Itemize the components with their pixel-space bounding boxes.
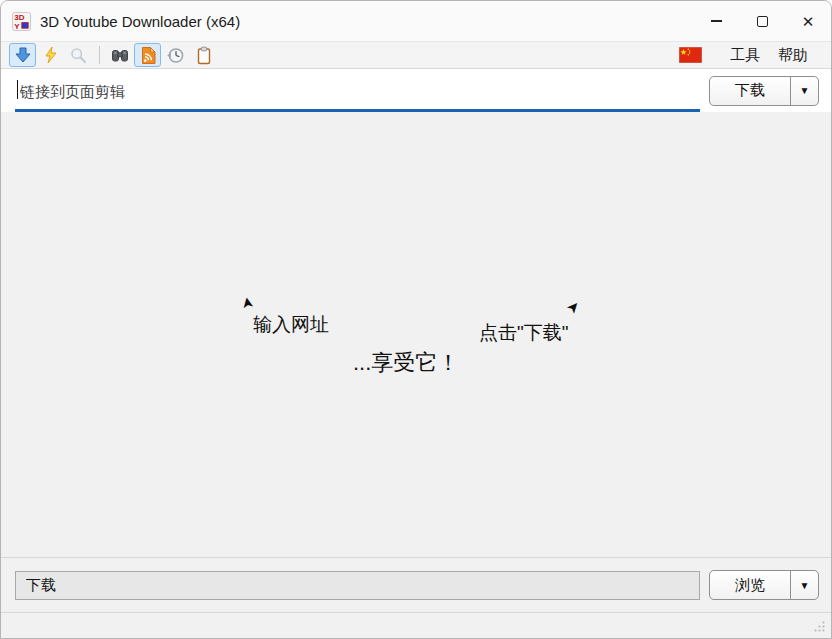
hint-enter-url: 输入网址: [253, 312, 329, 338]
close-button[interactable]: ✕: [785, 1, 831, 41]
hint-click-download: 点击"下载": [479, 320, 569, 346]
window-title: 3D Youtube Downloader (x64): [40, 13, 240, 30]
window-controls: ✕: [693, 1, 831, 41]
text-caret: [17, 80, 18, 99]
close-icon: ✕: [802, 14, 815, 29]
svg-text:Y: Y: [14, 21, 20, 30]
toolbar-separator: [99, 46, 100, 64]
find-button[interactable]: [106, 43, 133, 67]
binoculars-icon: [111, 46, 129, 64]
download-mode-button[interactable]: [9, 43, 36, 67]
save-path-field[interactable]: [15, 571, 700, 600]
china-flag-icon: [679, 47, 702, 63]
title-bar: 3D Y 3D Youtube Downloader (x64) ✕: [1, 1, 831, 41]
download-arrow-icon: [14, 46, 32, 64]
cursor-arrow-left-icon: ➤: [237, 295, 257, 311]
url-entry-row: 下载 ▼: [1, 69, 831, 112]
clipboard-icon: [194, 46, 213, 65]
minimize-button[interactable]: [693, 1, 739, 41]
history-button[interactable]: [162, 43, 189, 67]
status-bar: [1, 613, 831, 638]
language-button[interactable]: [679, 46, 703, 64]
minimize-icon: [711, 20, 722, 21]
app-logo-icon: 3D Y: [12, 12, 31, 31]
resize-grip[interactable]: [813, 620, 826, 633]
rss-feed-icon: [139, 46, 157, 65]
cursor-arrow-right-icon: ➤: [562, 296, 584, 317]
clock-icon: [166, 46, 185, 65]
download-button-label[interactable]: 下载: [710, 77, 790, 105]
clipboard-button[interactable]: [190, 43, 217, 67]
maximize-button[interactable]: [739, 1, 785, 41]
browse-split-button[interactable]: 浏览 ▼: [709, 570, 819, 600]
menu-tools[interactable]: 工具: [721, 44, 769, 67]
url-input-wrap: [15, 69, 700, 112]
download-split-button[interactable]: 下载 ▼: [709, 76, 819, 106]
toolbar-right: 工具 帮助: [679, 44, 817, 67]
browse-dropdown-arrow-icon[interactable]: ▼: [791, 571, 818, 599]
lightning-icon: [43, 46, 59, 64]
menu-help[interactable]: 帮助: [769, 44, 817, 67]
app-window: 3D Y 3D Youtube Downloader (x64) ✕: [0, 0, 832, 639]
quick-convert-button[interactable]: [37, 43, 64, 67]
magnifier-icon: [70, 47, 87, 64]
browse-button-label[interactable]: 浏览: [710, 571, 790, 599]
url-input[interactable]: [15, 69, 700, 109]
toolbar: 工具 帮助: [1, 41, 831, 69]
rss-feed-button[interactable]: [134, 43, 161, 67]
save-path-row: 浏览 ▼: [1, 558, 831, 612]
maximize-icon: [757, 16, 768, 27]
search-button[interactable]: [65, 43, 92, 67]
download-dropdown-arrow-icon[interactable]: ▼: [791, 77, 818, 105]
main-area: ➤ 输入网址 ➤ 点击"下载" ...享受它！: [1, 112, 831, 557]
hint-enjoy: ...享受它！: [353, 348, 459, 378]
